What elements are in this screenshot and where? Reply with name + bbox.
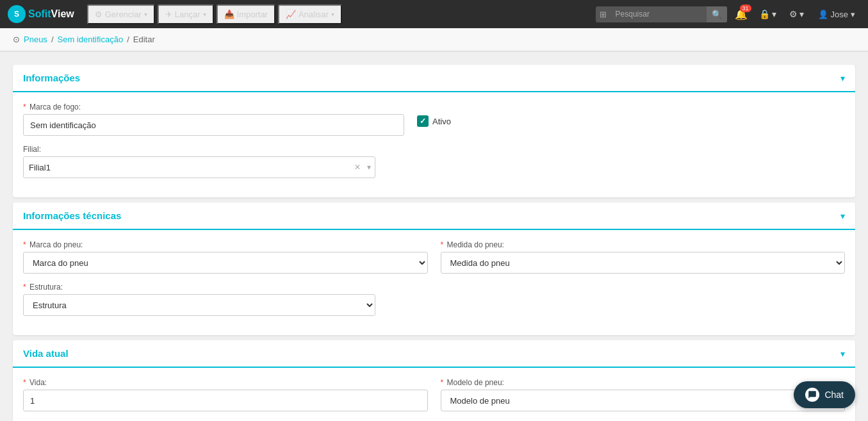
section-tecnicas-header[interactable]: Informações técnicas ▾ (13, 202, 855, 230)
breadcrumb-separator: / (51, 35, 54, 44)
main-content: Informações ▾ * Marca de fogo: Ativo (0, 52, 868, 421)
chart-icon: 📈 (286, 10, 296, 19)
top-navigation: S SofitView ⚙ Gerenciar ▾ ✈ Lançar ▾ 📥 I… (0, 0, 868, 28)
chevron-down-icon: ▾ (331, 11, 334, 18)
clear-icon[interactable]: ✕ (352, 163, 363, 172)
informacoes-row1: * Marca de fogo: Ativo (23, 103, 845, 136)
breadcrumb: ⊙ Pneus / Sem identificação / Editar (0, 28, 868, 51)
ativo-checkbox-row: Ativo (417, 103, 451, 127)
filial-select[interactable]: Filial1 (24, 159, 352, 176)
section-tecnicas-body: * Marca do pneu: Marca do pneu * Medida … (13, 230, 855, 335)
required-indicator: * (23, 378, 26, 387)
user-icon: 👤 (818, 10, 828, 19)
tecnicas-row1: * Marca do pneu: Marca do pneu * Medida … (23, 240, 845, 274)
marca-fogo-group: * Marca de fogo: (23, 103, 404, 136)
required-indicator: * (23, 240, 26, 249)
brand-icon: S (8, 5, 26, 23)
lock-button[interactable]: 🔒▾ (755, 6, 780, 22)
chevron-down-icon: ▾ (144, 11, 147, 18)
gear-icon: ⚙ (95, 10, 102, 19)
marca-pneu-label: * Marca do pneu: (23, 240, 428, 249)
vida-row1: * Vida: * Modelo de pneu: Modelo de pneu (23, 378, 845, 411)
marca-pneu-select[interactable]: Marca do pneu (23, 252, 428, 274)
chevron-down-icon: ▾ (840, 73, 845, 83)
required-indicator: * (23, 283, 26, 292)
section-vida-body: * Vida: * Modelo de pneu: Modelo de pneu (13, 368, 855, 421)
chat-bubble-icon (808, 390, 817, 399)
breadcrumb-sem-id[interactable]: Sem identificação (58, 35, 124, 44)
section-vida-header[interactable]: Vida atual ▾ (13, 340, 855, 368)
chevron-down-icon: ▾ (840, 349, 845, 359)
modelo-pneu-label: * Modelo de pneu: (441, 378, 846, 387)
nav-lancar[interactable]: ✈ Lançar ▾ (158, 4, 214, 24)
section-tecnicas-title: Informações técnicas (23, 210, 121, 221)
marca-fogo-input[interactable] (23, 114, 404, 136)
chat-icon (805, 388, 819, 402)
medida-pneu-group: * Medida do pneu: Medida do pneu (441, 240, 846, 274)
informacoes-row2: Filial: Filial1 ✕ ▾ (23, 145, 845, 178)
nav-gerenciar[interactable]: ⚙ Gerenciar ▾ (87, 4, 155, 24)
table-icon: ⊞ (596, 10, 610, 19)
import-icon: 📥 (224, 10, 234, 19)
ativo-label: Ativo (432, 117, 451, 126)
topnav-right: ⊞ 🔍 🔔 31 🔒▾ ⚙▾ 👤 Jose ▾ (596, 6, 860, 23)
modelo-pneu-group: * Modelo de pneu: Modelo de pneu (441, 378, 846, 411)
medida-pneu-label: * Medida do pneu: (441, 240, 846, 249)
brand-logo[interactable]: S SofitView (8, 5, 74, 23)
breadcrumb-separator: / (127, 35, 129, 44)
chat-button[interactable]: Chat (794, 381, 855, 408)
medida-pneu-select[interactable]: Medida do pneu (441, 252, 846, 274)
section-informacoes: Informações ▾ * Marca de fogo: Ativo (13, 65, 855, 197)
ativo-checkbox[interactable] (417, 115, 429, 127)
estrutura-label: * Estrutura: (23, 283, 375, 292)
tire-icon: ⊙ (13, 35, 20, 44)
nav-importar[interactable]: 📥 Importar (217, 4, 275, 24)
tecnicas-row2: * Estrutura: Estrutura (23, 283, 845, 316)
filial-label: Filial: (23, 145, 375, 154)
required-indicator: * (23, 103, 26, 111)
marca-fogo-label: * Marca de fogo: (23, 103, 404, 111)
filial-select-wrapper: Filial1 ✕ ▾ (23, 156, 375, 178)
required-indicator: * (441, 240, 444, 249)
section-vida-atual: Vida atual ▾ * Vida: * Modelo de pneu: (13, 340, 855, 421)
section-vida-title: Vida atual (23, 348, 69, 359)
filial-group: Filial: Filial1 ✕ ▾ (23, 145, 375, 178)
breadcrumb-pneus[interactable]: Pneus (24, 35, 47, 44)
section-informacoes-body: * Marca de fogo: Ativo Filial: (13, 92, 855, 197)
chevron-down-icon: ▾ (840, 211, 845, 221)
search-button[interactable]: 🔍 (707, 6, 727, 22)
section-informacoes-title: Informações (23, 72, 80, 83)
notification-badge: 31 (740, 4, 751, 12)
chevron-down-icon: ▾ (203, 11, 206, 18)
spacer (464, 103, 845, 136)
modelo-pneu-select[interactable]: Modelo de pneu (441, 390, 846, 411)
estrutura-select[interactable]: Estrutura (23, 294, 375, 316)
nav-analisar[interactable]: 📈 Analisar ▾ (278, 4, 342, 24)
vida-group: * Vida: (23, 378, 428, 411)
marca-pneu-group: * Marca do pneu: Marca do pneu (23, 240, 428, 274)
search-box: ⊞ 🔍 (596, 6, 727, 22)
vida-label: * Vida: (23, 378, 428, 387)
spacer (388, 283, 845, 316)
chevron-down-icon: ▾ (851, 10, 855, 19)
search-input[interactable] (610, 6, 707, 22)
brand-name: SofitView (28, 8, 74, 20)
spacer (388, 145, 845, 178)
chevron-down-icon: ▾ (799, 9, 804, 19)
breadcrumb-editar: Editar (133, 35, 155, 44)
chat-label: Chat (824, 390, 844, 400)
section-informacoes-tecnicas: Informações técnicas ▾ * Marca do pneu: … (13, 202, 855, 335)
settings-button[interactable]: ⚙▾ (785, 6, 808, 22)
estrutura-group: * Estrutura: Estrutura (23, 283, 375, 316)
chevron-down-icon: ▾ (772, 9, 776, 19)
vida-input[interactable] (23, 390, 428, 411)
launch-icon: ✈ (165, 10, 172, 19)
ativo-group: Ativo (417, 103, 451, 136)
notifications-button[interactable]: 🔔 31 (732, 6, 750, 23)
user-menu-button[interactable]: 👤 Jose ▾ (813, 7, 860, 22)
required-indicator: * (441, 378, 444, 387)
chevron-down-icon: ▾ (363, 163, 375, 172)
section-informacoes-header[interactable]: Informações ▾ (13, 65, 855, 92)
